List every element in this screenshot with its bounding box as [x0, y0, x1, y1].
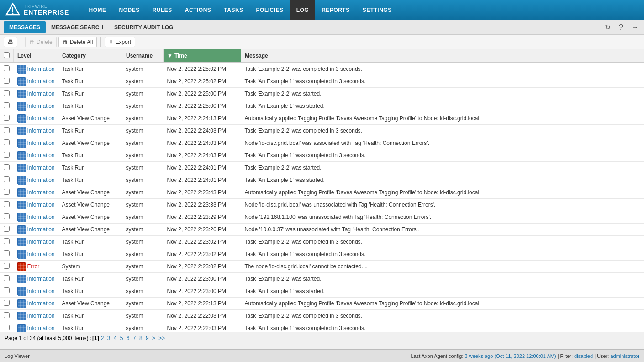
config-value[interactable]: 3 weeks ago (Oct 11, 2022 12:00:01 AM): [465, 353, 556, 359]
level-link[interactable]: Information: [27, 288, 55, 294]
cell-category: Task Run: [58, 310, 122, 322]
nav-nodes[interactable]: NODES: [112, 0, 146, 20]
cell-category: Task Run: [58, 285, 122, 298]
page-link[interactable]: >>: [158, 335, 165, 341]
page-link[interactable]: 2: [101, 335, 106, 341]
level-link[interactable]: Error: [27, 263, 40, 270]
level-link[interactable]: Information: [27, 78, 55, 85]
svg-rect-19: [18, 102, 26, 111]
cell-username: system: [122, 322, 164, 332]
select-all-checkbox[interactable]: [4, 52, 10, 58]
col-header-time[interactable]: ▼Time: [164, 49, 241, 63]
level-link[interactable]: Information: [27, 313, 55, 319]
table-row: InformationTask RunsystemNov 2, 2022 2:2…: [0, 273, 644, 285]
row-checkbox[interactable]: [4, 201, 10, 207]
tab-message-search[interactable]: MESSAGE SEARCH: [46, 21, 109, 33]
cell-time: Nov 2, 2022 2:24:03 PM: [164, 149, 241, 162]
row-checkbox[interactable]: [4, 127, 10, 133]
row-checkbox[interactable]: [4, 287, 10, 293]
nav-reports[interactable]: REPORTS: [315, 0, 356, 20]
row-checkbox[interactable]: [4, 102, 10, 108]
level-link[interactable]: Information: [27, 325, 55, 331]
info-level-icon: [17, 213, 26, 221]
export-button[interactable]: ⇓ Export: [105, 37, 135, 47]
row-checkbox[interactable]: [4, 164, 10, 170]
nav-log[interactable]: LOG: [290, 0, 316, 20]
pagination-current: [1]: [92, 335, 99, 341]
page-link[interactable]: 3: [107, 335, 112, 341]
cell-message: Task 'An Example 1' was completed in 3 s…: [241, 149, 644, 162]
page-link[interactable]: 5: [120, 335, 125, 341]
level-link[interactable]: Information: [27, 165, 55, 171]
tab-security-audit-log[interactable]: SECURITY AUDIT LOG: [109, 21, 179, 33]
logout-icon[interactable]: →: [629, 22, 640, 32]
page-link[interactable]: >: [152, 335, 157, 341]
svg-rect-54: [18, 189, 26, 197]
level-link[interactable]: Information: [27, 239, 55, 245]
row-checkbox[interactable]: [4, 300, 10, 306]
page-link[interactable]: 9: [146, 335, 150, 341]
help-icon[interactable]: ?: [617, 22, 625, 32]
level-link[interactable]: Information: [27, 276, 55, 282]
row-checkbox[interactable]: [4, 90, 10, 96]
delete-button[interactable]: 🗑 Delete: [25, 37, 57, 47]
level-link[interactable]: Information: [27, 202, 55, 208]
nav-rules[interactable]: RULES: [146, 0, 179, 20]
cell-message: Node '10.0.0.37' was unassociated with T…: [241, 224, 644, 236]
level-link[interactable]: Information: [27, 66, 55, 72]
row-checkbox[interactable]: [4, 250, 10, 256]
level-link[interactable]: Information: [27, 177, 55, 183]
filter-value[interactable]: disabled: [574, 353, 593, 359]
nav-tasks[interactable]: TASKS: [217, 0, 249, 20]
cell-message: Task 'Example 2-2' was completed in 3 se…: [241, 310, 644, 322]
cell-time: Nov 2, 2022 2:25:02 PM: [164, 75, 241, 88]
level-link[interactable]: Information: [27, 226, 55, 233]
info-level-icon: [17, 77, 26, 85]
row-checkbox[interactable]: [4, 213, 10, 219]
table-row: InformationTask RunsystemNov 2, 2022 2:2…: [0, 63, 644, 75]
level-link[interactable]: Information: [27, 90, 55, 97]
level-link[interactable]: Information: [27, 103, 55, 109]
row-checkbox[interactable]: [4, 325, 10, 330]
cell-message: Node 'id-disc.grid.local' was unassociat…: [241, 199, 644, 211]
user-value[interactable]: administrator: [610, 353, 639, 359]
print-button[interactable]: 🖶: [4, 37, 17, 47]
info-level-icon: [17, 201, 26, 209]
table-header-row: Level Category Username ▼Time Message: [0, 49, 644, 63]
row-checkbox[interactable]: [4, 176, 10, 182]
level-link[interactable]: Information: [27, 214, 55, 220]
nav-actions[interactable]: ACTIONS: [179, 0, 218, 20]
footer: Log Viewer Last Axon Agent config: 3 wee…: [0, 349, 644, 362]
page-link[interactable]: 7: [133, 335, 137, 341]
nav-policies[interactable]: POLICIES: [250, 0, 290, 20]
row-checkbox[interactable]: [4, 115, 10, 121]
row-checkbox[interactable]: [4, 139, 10, 145]
refresh-icon[interactable]: ↻: [603, 22, 612, 32]
row-checkbox[interactable]: [4, 238, 10, 244]
row-checkbox[interactable]: [4, 189, 10, 195]
row-checkbox[interactable]: [4, 226, 10, 232]
info-level-icon: [17, 225, 26, 234]
level-link[interactable]: Information: [27, 128, 55, 134]
page-link[interactable]: 6: [127, 335, 131, 341]
page-link[interactable]: 4: [114, 335, 118, 341]
level-link[interactable]: Information: [27, 140, 55, 146]
row-checkbox[interactable]: [4, 275, 10, 281]
row-checkbox[interactable]: [4, 312, 10, 318]
svg-rect-104: [18, 312, 26, 320]
level-link[interactable]: Information: [27, 189, 55, 196]
row-checkbox[interactable]: [4, 65, 10, 71]
page-link[interactable]: 8: [139, 335, 144, 341]
row-checkbox[interactable]: [4, 152, 10, 158]
row-checkbox[interactable]: [4, 78, 10, 84]
row-checkbox[interactable]: [4, 263, 10, 269]
nav-home[interactable]: HOME: [82, 0, 112, 20]
level-link[interactable]: Information: [27, 251, 55, 257]
tab-messages[interactable]: MESSAGES: [4, 21, 46, 33]
level-link[interactable]: Information: [27, 115, 55, 122]
level-link[interactable]: Information: [27, 300, 55, 307]
cell-category: Asset View Change: [58, 224, 122, 236]
level-link[interactable]: Information: [27, 152, 55, 159]
nav-settings[interactable]: SETTINGS: [356, 0, 398, 20]
delete-all-button[interactable]: 🗑 Delete All: [58, 37, 97, 47]
